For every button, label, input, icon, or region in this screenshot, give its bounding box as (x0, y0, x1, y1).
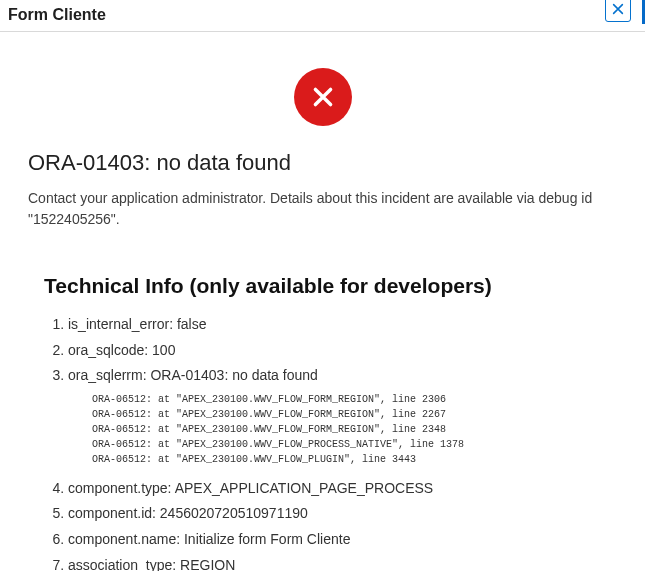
tech-item: ora_sqlcode: 100 (68, 338, 605, 364)
tech-item: ora_sqlerrm: ORA-01403: no data found OR… (68, 363, 605, 476)
dialog-title: Form Cliente (8, 6, 106, 24)
technical-info-heading: Technical Info (only available for devel… (44, 274, 605, 312)
tech-item: component.id: 2456020720510971190 (68, 501, 605, 527)
error-icon-container (0, 32, 645, 150)
dialog-header: Form Cliente (0, 0, 645, 32)
tech-item: is_internal_error: false (68, 312, 605, 338)
error-icon (294, 68, 352, 126)
tech-item: association_type: REGION (68, 553, 605, 571)
tech-item: component.type: APEX_APPLICATION_PAGE_PR… (68, 476, 605, 502)
tech-item: component.name: Initialize form Form Cli… (68, 527, 605, 553)
close-button[interactable] (605, 0, 631, 22)
close-icon (611, 2, 625, 16)
technical-info-section: Technical Info (only available for devel… (0, 250, 645, 571)
stack-trace: ORA-06512: at "APEX_230100.WWV_FLOW_FORM… (68, 386, 605, 473)
x-icon (310, 84, 336, 110)
technical-info-list: is_internal_error: false ora_sqlcode: 10… (44, 312, 605, 571)
error-title: ORA-01403: no data found (0, 150, 645, 188)
tech-item-label: ora_sqlerrm: ORA-01403: no data found (68, 367, 318, 383)
error-message: Contact your application administrator. … (0, 188, 645, 250)
dialog-content[interactable]: ORA-01403: no data found Contact your ap… (0, 32, 645, 571)
